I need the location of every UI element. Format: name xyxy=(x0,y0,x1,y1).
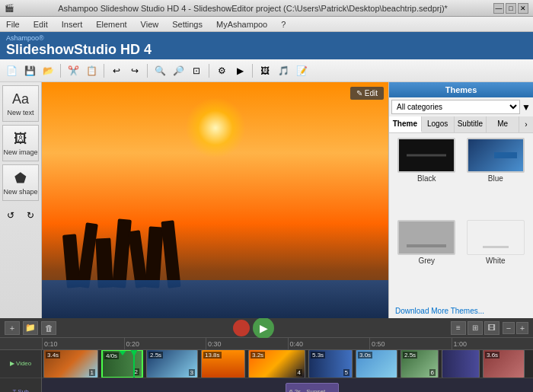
new-shape-label: New shape xyxy=(3,188,37,196)
categories-dropdown[interactable]: All categories xyxy=(391,100,520,114)
menu-element[interactable]: Element xyxy=(93,18,129,30)
person2 xyxy=(77,222,98,288)
preview-scene xyxy=(42,82,388,318)
redo-button[interactable]: ↪ xyxy=(126,62,143,79)
new-image-button[interactable]: 🖼 New image xyxy=(2,125,39,161)
open-button[interactable]: 📂 xyxy=(40,62,56,79)
slide-clip-3[interactable]: 2.5s 3 xyxy=(146,350,198,378)
menu-bar: File Edit Insert Element View Settings M… xyxy=(0,17,533,32)
extra2-button[interactable]: 🎵 xyxy=(275,62,292,79)
delete-button[interactable]: 🗑 xyxy=(41,321,56,335)
logo-product: SlideshowStudio HD 4 xyxy=(6,42,152,57)
rotate-left-button[interactable]: ↺ xyxy=(2,207,19,224)
clip-duration: 5.3s xyxy=(311,352,325,359)
video-track-label: ▶ Video xyxy=(0,350,41,378)
cut-button[interactable]: ✂️ xyxy=(65,62,81,79)
zoom-out-button[interactable]: 🔎 xyxy=(170,62,187,79)
themes-header: Themes xyxy=(389,82,533,97)
menu-file[interactable]: File xyxy=(3,18,23,30)
preview-button[interactable]: ▶ xyxy=(231,62,248,79)
tab-me[interactable]: Me xyxy=(487,116,519,132)
theme-blue[interactable]: Blue xyxy=(463,138,529,217)
theme-white[interactable]: White xyxy=(463,220,529,299)
slide-clip-5[interactable]: 3.2s 4 xyxy=(248,350,305,378)
more-tab[interactable]: › xyxy=(519,116,533,132)
categories-bar: All categories ▼ xyxy=(389,97,533,116)
new-shape-button[interactable]: ⬟ New shape xyxy=(2,164,39,201)
grid-view-button[interactable]: ⊞ xyxy=(468,321,483,335)
active-marker xyxy=(118,350,127,355)
categories-arrow[interactable]: ▼ xyxy=(522,102,531,113)
track-labels: ▶ Video T Sub xyxy=(0,350,42,392)
list-view-button[interactable]: ≡ xyxy=(451,321,466,335)
tab-logos[interactable]: Logos xyxy=(422,116,455,132)
zoom-fit-button[interactable]: ⊡ xyxy=(188,62,205,79)
ruler-mark-3: 0:30 xyxy=(206,338,288,349)
add-slide-button[interactable]: + xyxy=(5,321,20,335)
clip-duration: 3.4s xyxy=(46,352,60,359)
logo-bar: Ashampoo® SlideshowStudio HD 4 xyxy=(0,32,533,59)
ruler-mark-6: 1:00 xyxy=(452,338,534,349)
zoom-out-timeline[interactable]: − xyxy=(503,322,515,334)
minimize-button[interactable]: — xyxy=(493,3,504,14)
download-themes-link[interactable]: Download More Themes... xyxy=(389,304,533,318)
record-button[interactable] xyxy=(233,320,250,336)
clip-number: 5 xyxy=(343,369,349,376)
person4 xyxy=(112,218,132,288)
slide-clip-2[interactable]: 4/0s 2 xyxy=(101,350,143,378)
save-button[interactable]: 💾 xyxy=(21,62,38,79)
close-button[interactable]: ✕ xyxy=(518,3,528,14)
slide-clip-6[interactable]: 5.3s 5 xyxy=(308,350,353,378)
menu-myashampoo[interactable]: MyAshampoo xyxy=(213,18,270,30)
slide-clip-8[interactable]: 2.5s 6 xyxy=(401,350,439,378)
tab-subtitle[interactable]: Subtitle xyxy=(455,116,487,132)
slide-clip-1[interactable]: 3.4s 1 xyxy=(43,350,98,378)
menu-view[interactable]: View xyxy=(138,18,162,30)
edit-button[interactable]: ✎ Edit xyxy=(350,87,384,100)
clip-duration: 4/0s xyxy=(104,352,119,359)
extra1-button[interactable]: 🖼 xyxy=(257,62,273,79)
film-view-button[interactable]: 🎞 xyxy=(484,321,499,335)
person7 xyxy=(161,220,180,288)
slide-clip-4[interactable]: 13.8s xyxy=(201,350,245,378)
slide-clip-7[interactable]: 3.0s xyxy=(356,350,397,378)
theme-black[interactable]: Black xyxy=(394,138,460,217)
zoom-controls: − + xyxy=(503,322,528,334)
zoom-in-timeline[interactable]: + xyxy=(516,322,528,334)
menu-settings[interactable]: Settings xyxy=(169,18,206,30)
zoom-in-button[interactable]: 🔍 xyxy=(152,62,168,79)
extra3-button[interactable]: 📝 xyxy=(293,62,310,79)
clip-number: 3 xyxy=(189,369,195,376)
slide-clip-10[interactable]: 3.6s xyxy=(483,350,525,378)
tab-theme[interactable]: Theme xyxy=(389,116,422,132)
undo-button[interactable]: ↩ xyxy=(108,62,125,79)
slide-clip-9[interactable] xyxy=(442,350,480,378)
theme-white-label: White xyxy=(486,257,506,265)
subtitle-label: 6.2s - Sunset xyxy=(289,388,325,392)
settings-button[interactable]: ⚙ xyxy=(213,62,230,79)
new-text-button[interactable]: Aa New text xyxy=(2,85,39,122)
copy-button[interactable]: 📋 xyxy=(83,62,100,79)
view-buttons: ≡ ⊞ 🎞 xyxy=(451,321,499,335)
timeline-tracks: ▶ Video T Sub 3.4s 1 4/0s 2 2.5s 3 xyxy=(0,350,533,392)
menu-edit[interactable]: Edit xyxy=(30,18,51,30)
subtitle-clip[interactable]: 6.2s - Sunset xyxy=(286,383,339,392)
ruler-mark-4: 0:40 xyxy=(288,338,370,349)
timeline-toolbar: + 📁 🗑 ▶ ≡ ⊞ 🎞 − + xyxy=(0,318,533,338)
play-button[interactable]: ▶ xyxy=(253,317,274,339)
themes-panel: Themes All categories ▼ Theme Logos Subt… xyxy=(388,82,533,318)
theme-grey[interactable]: Grey xyxy=(394,220,460,299)
menu-help[interactable]: ? xyxy=(278,18,289,30)
ruler-mark-5: 0:50 xyxy=(369,338,452,349)
toolbar: 📄 💾 📂 ✂️ 📋 ↩ ↪ 🔍 🔎 ⊡ ⚙ ▶ 🖼 🎵 📝 xyxy=(0,59,533,82)
import-button[interactable]: 📁 xyxy=(23,321,38,335)
maximize-button[interactable]: □ xyxy=(506,3,516,14)
clip-number: 1 xyxy=(89,369,95,376)
rotate-right-button[interactable]: ↻ xyxy=(22,207,39,224)
new-button[interactable]: 📄 xyxy=(3,62,20,79)
separator xyxy=(252,64,253,78)
menu-insert[interactable]: Insert xyxy=(59,18,86,30)
ruler-mark-2: 0:20 xyxy=(124,338,206,349)
theme-blue-label: Blue xyxy=(488,174,503,183)
clip-number: 6 xyxy=(429,369,436,376)
